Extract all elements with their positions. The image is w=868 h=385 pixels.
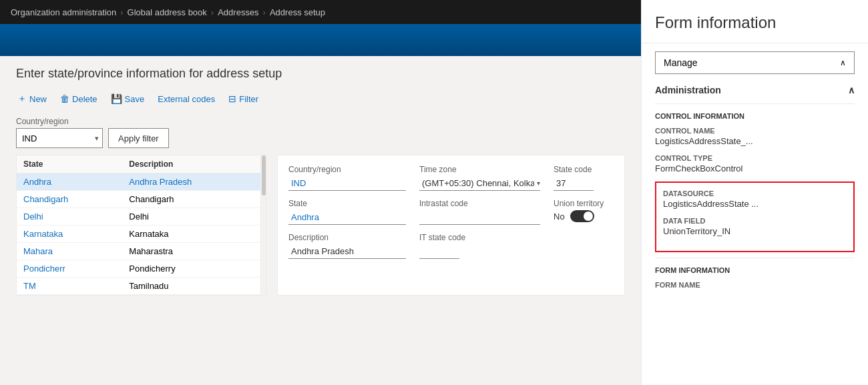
it-state-code-input[interactable] xyxy=(419,244,459,259)
state-code-input[interactable] xyxy=(554,176,594,191)
filter-label: Country/region xyxy=(16,117,103,126)
breadcrumb-item-org[interactable]: Organization administration xyxy=(11,7,116,17)
state-cell: Pondicherr xyxy=(17,260,122,278)
table-row[interactable]: ChandigarhChandigarh xyxy=(17,191,260,208)
description-field: Description xyxy=(288,233,406,259)
state-code-label: State code xyxy=(554,165,614,174)
country-select-wrapper: IND xyxy=(16,128,103,148)
state-input[interactable] xyxy=(288,210,406,225)
delete-button[interactable]: 🗑 Delete xyxy=(59,91,99,107)
form-name-field-label: Form name xyxy=(655,281,855,289)
delete-icon: 🗑 xyxy=(60,93,69,104)
datasource-box: DataSource LogisticsAddressState ... Dat… xyxy=(655,181,855,252)
form-name-group: Form name xyxy=(655,281,855,289)
apply-filter-button[interactable]: Apply filter xyxy=(108,128,169,148)
time-zone-label: Time zone xyxy=(419,165,540,174)
sidebar: Form information Manage ∧ Administration… xyxy=(641,0,868,385)
datasource-field-value: LogisticsAddressState ... xyxy=(663,199,847,209)
state-field: State xyxy=(288,199,406,225)
control-name-group: Control name LogisticsAddressState_... xyxy=(655,127,855,146)
manage-chevron-icon: ∧ xyxy=(840,58,846,67)
separator-1 xyxy=(655,103,855,104)
country-region-label: Country/region xyxy=(288,165,406,174)
state-code-field: State code xyxy=(554,165,614,191)
manage-label: Manage xyxy=(664,57,698,68)
administration-label: Administration xyxy=(655,85,721,95)
breadcrumb-item-gab[interactable]: Global address book xyxy=(128,7,207,17)
table-row[interactable]: KarnatakaKarnataka xyxy=(17,226,260,243)
table-row[interactable]: DelhiDelhi xyxy=(17,208,260,226)
sidebar-title: Form information xyxy=(642,0,868,43)
external-codes-button[interactable]: External codes xyxy=(156,91,216,107)
control-information-title: CONTROL INFORMATION xyxy=(655,112,855,120)
description-label: Description xyxy=(288,233,406,242)
filter-button[interactable]: ⊟ Filter xyxy=(227,91,260,107)
time-zone-chevron-icon: ▾ xyxy=(537,179,540,187)
new-icon: ＋ xyxy=(17,93,27,105)
country-region-input[interactable] xyxy=(288,176,406,191)
manage-dropdown[interactable]: Manage ∧ xyxy=(655,51,855,74)
detail-panel: Country/region Time zone ▾ State code xyxy=(277,155,625,296)
time-zone-input[interactable] xyxy=(419,176,537,190)
time-zone-field: Time zone ▾ xyxy=(419,165,540,191)
table-row[interactable]: MaharaMaharastra xyxy=(17,243,260,260)
datasource-field-label: DataSource xyxy=(663,189,847,198)
teal-bar xyxy=(0,24,641,56)
breadcrumb-sep-2: › xyxy=(211,7,214,17)
state-cell: Delhi xyxy=(17,208,122,226)
description-cell: Pondicherry xyxy=(122,260,260,278)
scroll-thumb xyxy=(262,155,266,196)
new-button[interactable]: ＋ New xyxy=(16,90,48,107)
control-name-field-label: Control name xyxy=(655,127,855,135)
data-field-label: Data field xyxy=(663,217,847,225)
data-field-group: Data field UnionTerritory_IN xyxy=(663,217,847,236)
form-information-title: FORM INFORMATION xyxy=(655,266,855,274)
control-type-field-value: FormCheckBoxControl xyxy=(655,163,855,173)
save-button[interactable]: 💾 Save xyxy=(110,91,146,107)
detail-grid: Country/region Time zone ▾ State code xyxy=(288,165,614,259)
scroll-indicator[interactable] xyxy=(260,155,266,295)
control-type-group: Control type FormCheckBoxControl xyxy=(655,154,855,173)
it-state-code-field: IT state code xyxy=(419,233,540,259)
table-header-row: State Description xyxy=(17,155,260,173)
table-row[interactable]: TMTamilnadu xyxy=(17,278,260,295)
description-cell: Maharastra xyxy=(122,243,260,260)
union-territory-label: Union territory xyxy=(554,199,614,208)
country-region-field: Country/region xyxy=(288,165,406,191)
table-row[interactable]: AndhraAndhra Pradesh xyxy=(17,173,260,191)
breadcrumb-bar: Organization administration › Global add… xyxy=(0,0,641,24)
state-cell: Mahara xyxy=(17,243,122,260)
control-type-field-label: Control type xyxy=(655,154,855,162)
state-cell: TM xyxy=(17,278,122,295)
description-cell: Karnataka xyxy=(122,226,260,243)
main-area: Organization administration › Global add… xyxy=(0,0,641,385)
filter-field: Country/region IND xyxy=(16,117,103,148)
intrastat-code-label: Intrastat code xyxy=(419,199,540,208)
table-panel: State Description AndhraAndhra PradeshCh… xyxy=(16,155,266,296)
description-cell: Chandigarh xyxy=(122,191,260,208)
description-input[interactable] xyxy=(288,244,406,259)
filter-icon: ⊟ xyxy=(228,93,236,104)
description-column-header: Description xyxy=(122,155,260,173)
intrastat-code-input[interactable] xyxy=(419,210,540,225)
sidebar-manage-section: Manage ∧ Administration ∧ CONTROL INFORM… xyxy=(642,43,868,305)
union-territory-toggle[interactable] xyxy=(570,210,594,222)
breadcrumb-sep-3: › xyxy=(263,7,266,17)
save-icon: 💾 xyxy=(111,93,122,104)
country-region-select[interactable]: IND xyxy=(16,128,103,148)
breadcrumb-item-setup[interactable]: Address setup xyxy=(270,7,325,17)
description-cell: Andhra Pradesh xyxy=(122,173,260,191)
breadcrumb-sep-1: › xyxy=(120,7,123,17)
toggle-row: No xyxy=(554,210,614,222)
administration-chevron-icon: ∧ xyxy=(848,85,855,95)
it-state-code-label: IT state code xyxy=(419,233,540,242)
table-row[interactable]: PondicherrPondicherry xyxy=(17,260,260,278)
description-cell: Tamilnadu xyxy=(122,278,260,295)
states-table: State Description AndhraAndhra PradeshCh… xyxy=(17,155,260,295)
toolbar: ＋ New 🗑 Delete 💾 Save External codes ⊟ F… xyxy=(16,90,625,107)
breadcrumb-item-addr[interactable]: Addresses xyxy=(218,7,258,17)
separator-2 xyxy=(655,258,855,258)
page-title: Enter state/province information for add… xyxy=(16,67,625,81)
content-area: Enter state/province information for add… xyxy=(0,56,641,385)
datasource-group: DataSource LogisticsAddressState ... xyxy=(663,189,847,209)
